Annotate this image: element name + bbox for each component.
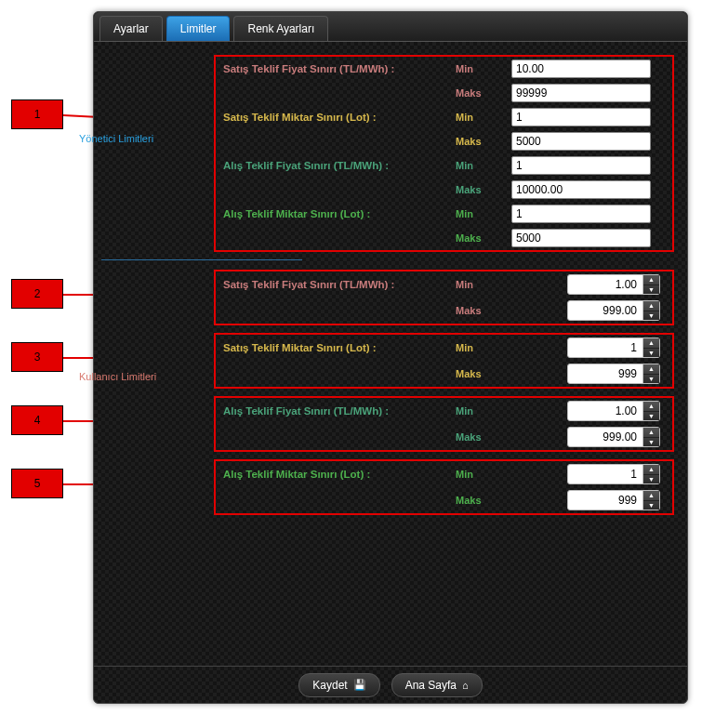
- spin-up-icon[interactable]: ▲: [643, 402, 659, 412]
- admin-sale-qty-min-input[interactable]: [511, 108, 651, 126]
- user-buy-price-maks-row: Maks ▲▼: [216, 424, 672, 450]
- min-label: Min: [456, 160, 511, 171]
- min-label: Min: [456, 469, 511, 480]
- spin-down-icon[interactable]: ▼: [643, 475, 659, 484]
- spin-down-icon[interactable]: ▼: [643, 375, 659, 384]
- min-label: Min: [456, 405, 511, 417]
- callout-2: 2: [11, 279, 63, 309]
- user-sale-qty-min-spinner[interactable]: ▲▼: [567, 338, 660, 358]
- user-section-label: Kullanıcı Limitleri: [79, 371, 209, 382]
- save-button[interactable]: Kaydet 💾: [298, 673, 379, 697]
- spin-up-icon[interactable]: ▲: [643, 364, 659, 375]
- spin-up-icon[interactable]: ▲: [643, 338, 659, 349]
- user-sale-qty-maks-row: Maks ▲▼: [216, 361, 672, 387]
- admin-buy-qty-min-input[interactable]: [511, 205, 651, 223]
- callout-label: 4: [34, 414, 41, 427]
- callout-5: 5: [11, 469, 63, 498]
- maks-label: Maks: [456, 305, 511, 316]
- admin-buy-price-min-input[interactable]: [511, 156, 651, 175]
- user-buy-price-maks-spinner[interactable]: ▲▼: [567, 427, 660, 447]
- admin-buy-qty-label: Alış Teklif Miktar Sınırı (Lot) :: [223, 208, 456, 219]
- home-button[interactable]: Ana Sayfa ⌂: [391, 673, 483, 697]
- maks-label: Maks: [456, 87, 511, 99]
- user-section: Kullanıcı Limitleri Satış Teklif Fiyat S…: [107, 270, 674, 515]
- admin-buy-price-label: Alış Teklif Fiyat Sınırı (TL/MWh) :: [223, 160, 456, 171]
- admin-sale-price-label: Satış Teklif Fiyat Sınırı (TL/MWh) :: [223, 63, 456, 74]
- callout-label: 3: [34, 351, 41, 364]
- admin-section-label: Yönetici Limitleri: [79, 133, 191, 144]
- tab-limits[interactable]: Limitler: [166, 16, 231, 41]
- settings-panel: Ayarlar Limitler Renk Ayarları Yönetici …: [93, 11, 688, 704]
- spin-up-icon[interactable]: ▲: [643, 301, 659, 311]
- tab-settings[interactable]: Ayarlar: [99, 16, 163, 41]
- user-sale-price-maks-row: Maks ▲▼: [216, 298, 672, 324]
- callout-4: 4: [11, 405, 63, 435]
- tab-colors[interactable]: Renk Ayarları: [233, 16, 328, 41]
- admin-buy-qty-maks-row: Maks: [216, 226, 672, 250]
- user-buy-qty-group: Alış Teklif Miktar Sınırı (Lot) : Min ▲▼…: [214, 459, 674, 515]
- tab-bar: Ayarlar Limitler Renk Ayarları: [94, 12, 687, 42]
- admin-sale-qty-maks-input[interactable]: [511, 132, 651, 151]
- spin-down-icon[interactable]: ▼: [643, 349, 659, 358]
- user-buy-qty-maks-row: Maks ▲▼: [216, 487, 672, 513]
- user-buy-price-group: Alış Teklif Fiyat Sınırı (TL/MWh) : Min …: [214, 396, 674, 452]
- admin-buy-qty-maks-input[interactable]: [511, 229, 651, 247]
- user-sale-price-maks-spinner[interactable]: ▲▼: [567, 300, 660, 321]
- callout-label: 1: [34, 108, 41, 121]
- admin-sale-price-maks-input[interactable]: [511, 84, 651, 102]
- user-sale-qty-maks-spinner[interactable]: ▲▼: [567, 364, 660, 384]
- content: Yönetici Limitleri Satış Teklif Fiyat Sı…: [94, 42, 687, 515]
- user-buy-price-min-input[interactable]: [568, 402, 641, 420]
- admin-sale-price-maks-row: Maks: [216, 81, 672, 105]
- maks-label: Maks: [456, 368, 511, 379]
- maks-label: Maks: [456, 136, 511, 147]
- admin-buy-price-maks-input[interactable]: [511, 180, 651, 199]
- maks-label: Maks: [456, 184, 511, 195]
- user-buy-qty-maks-input[interactable]: [568, 491, 641, 510]
- home-label: Ana Sayfa: [405, 679, 457, 692]
- spin-down-icon[interactable]: ▼: [643, 412, 659, 421]
- spin-up-icon[interactable]: ▲: [643, 491, 659, 501]
- spin-up-icon[interactable]: ▲: [643, 275, 659, 285]
- admin-section: Yönetici Limitleri Satış Teklif Fiyat Sı…: [107, 55, 674, 252]
- min-label: Min: [456, 63, 511, 74]
- maks-label: Maks: [456, 431, 511, 443]
- callout-3: 3: [11, 342, 63, 372]
- user-sale-qty-min-input[interactable]: [568, 338, 641, 357]
- min-label: Min: [456, 279, 511, 290]
- admin-buy-price-maks-row: Maks: [216, 178, 672, 202]
- spin-up-icon[interactable]: ▲: [643, 428, 659, 438]
- user-sale-price-group: Satış Teklif Fiyat Sınırı (TL/MWh) : Min…: [214, 270, 674, 325]
- user-buy-qty-maks-spinner[interactable]: ▲▼: [567, 490, 660, 510]
- admin-sale-qty-label: Satış Teklif Miktar Sınırı (Lot) :: [223, 112, 456, 123]
- user-buy-qty-min-input[interactable]: [568, 465, 641, 483]
- admin-buy-price-min-row: Alış Teklif Fiyat Sınırı (TL/MWh) : Min: [216, 153, 672, 178]
- min-label: Min: [456, 208, 511, 219]
- user-buy-qty-min-spinner[interactable]: ▲▼: [567, 464, 660, 484]
- save-label: Kaydet: [312, 679, 347, 692]
- spin-down-icon[interactable]: ▼: [643, 438, 659, 447]
- user-sale-qty-maks-input[interactable]: [568, 364, 641, 383]
- user-buy-price-min-spinner[interactable]: ▲▼: [567, 401, 660, 421]
- admin-buy-qty-min-row: Alış Teklif Miktar Sınırı (Lot) : Min: [216, 202, 672, 226]
- home-icon: ⌂: [462, 680, 469, 691]
- user-sale-qty-group: Satış Teklif Miktar Sınırı (Lot) : Min ▲…: [214, 333, 674, 389]
- spin-down-icon[interactable]: ▼: [643, 311, 659, 321]
- min-label: Min: [456, 112, 511, 123]
- admin-group: Satış Teklif Fiyat Sınırı (TL/MWh) : Min…: [214, 55, 674, 252]
- user-sale-price-label: Satış Teklif Fiyat Sınırı (TL/MWh) :: [223, 279, 456, 290]
- user-buy-price-label: Alış Teklif Fiyat Sınırı (TL/MWh) :: [223, 405, 456, 417]
- user-sale-price-maks-input[interactable]: [568, 301, 641, 320]
- spin-down-icon[interactable]: ▼: [643, 501, 659, 510]
- admin-sale-price-min-input[interactable]: [511, 60, 651, 78]
- spin-down-icon[interactable]: ▼: [643, 285, 659, 295]
- maks-label: Maks: [456, 232, 511, 244]
- spin-up-icon[interactable]: ▲: [643, 465, 659, 475]
- maks-label: Maks: [456, 495, 511, 506]
- callout-label: 2: [34, 287, 41, 300]
- user-buy-price-min-row: Alış Teklif Fiyat Sınırı (TL/MWh) : Min …: [216, 398, 672, 424]
- user-sale-price-min-input[interactable]: [568, 275, 641, 294]
- admin-sale-price-min-row: Satış Teklif Fiyat Sınırı (TL/MWh) : Min: [216, 57, 672, 81]
- user-sale-price-min-spinner[interactable]: ▲▼: [567, 274, 660, 295]
- user-buy-price-maks-input[interactable]: [568, 428, 641, 446]
